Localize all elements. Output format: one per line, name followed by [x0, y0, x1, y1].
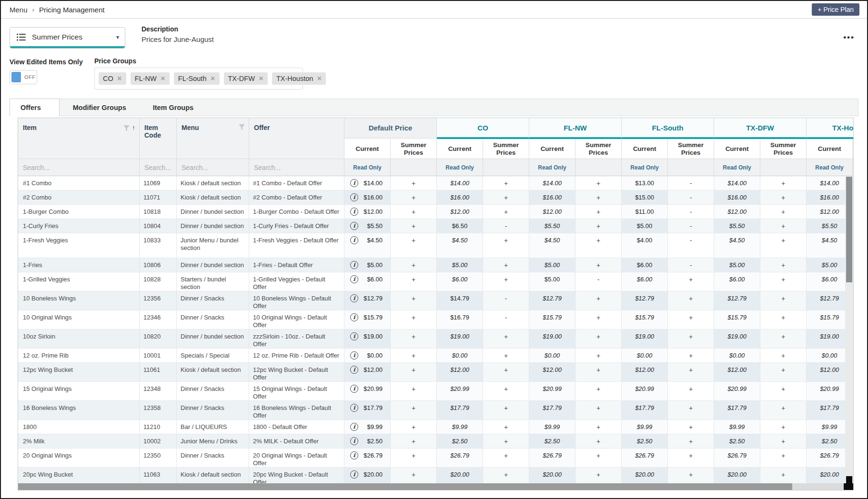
fl-nw-summer-add-button[interactable]: + [575, 382, 622, 401]
info-icon[interactable]: i [350, 351, 358, 359]
price-group-chip-TX-Houston[interactable]: TX-Houston✕ [272, 72, 326, 85]
add-price-plan-button[interactable]: + Price Plan [812, 3, 859, 16]
fl-south-summer-add-button[interactable]: + [668, 420, 714, 434]
fl-south-summer-remove-button[interactable]: - [668, 205, 714, 219]
tx-dfw-summer-add-button[interactable]: + [760, 291, 807, 310]
info-icon[interactable]: i [350, 451, 358, 459]
default-summer-add-button[interactable]: + [391, 363, 437, 382]
tx-dfw-summer-add-button[interactable]: + [760, 329, 807, 349]
fl-south-summer-remove-button[interactable]: - [668, 176, 714, 190]
fl-nw-summer-add-button[interactable]: + [575, 291, 622, 310]
co-summer-add-button[interactable]: + [483, 420, 529, 434]
more-options-button[interactable]: ••• [843, 33, 855, 42]
info-icon[interactable]: i [350, 179, 358, 187]
vertical-scrollbar[interactable] [845, 177, 853, 483]
column-header-item-code[interactable]: Item Code [140, 118, 177, 159]
remove-chip-icon[interactable]: ✕ [161, 75, 165, 82]
remove-chip-icon[interactable]: ✕ [259, 75, 263, 82]
co-summer-add-button[interactable]: + [483, 233, 529, 258]
tx-dfw-summer-add-button[interactable]: + [760, 219, 807, 233]
info-icon[interactable]: i [350, 385, 358, 393]
default-summer-add-button[interactable]: + [391, 310, 437, 329]
tx-dfw-summer-add-button[interactable]: + [760, 258, 807, 272]
fl-nw-summer-add-button[interactable]: + [575, 434, 622, 449]
fl-south-summer-add-button[interactable]: + [668, 329, 714, 349]
search-input-offer[interactable] [249, 159, 344, 176]
fl-south-summer-add-button[interactable]: + [668, 291, 714, 310]
tx-dfw-summer-add-button[interactable]: + [760, 420, 807, 434]
fl-nw-summer-add-button[interactable]: + [575, 219, 622, 233]
co-summer-add-button[interactable]: + [483, 401, 529, 420]
tab-item-groups[interactable]: Item Groups [140, 99, 207, 116]
default-summer-add-button[interactable]: + [391, 449, 437, 468]
fl-nw-summer-remove-button[interactable]: - [575, 272, 622, 291]
price-group-chip-FL-South[interactable]: FL-South✕ [174, 72, 220, 85]
default-summer-add-button[interactable]: + [391, 329, 437, 349]
default-summer-add-button[interactable]: + [391, 420, 437, 434]
co-summer-add-button[interactable]: + [483, 363, 529, 382]
default-summer-add-button[interactable]: + [391, 219, 437, 233]
info-icon[interactable]: i [350, 404, 358, 412]
fl-south-summer-remove-button[interactable]: - [668, 258, 714, 272]
co-summer-add-button[interactable]: + [483, 382, 529, 401]
default-summer-add-button[interactable]: + [391, 258, 437, 272]
fl-nw-summer-add-button[interactable]: + [575, 468, 622, 483]
info-icon[interactable]: i [350, 294, 358, 302]
sort-ascending-icon[interactable]: ↑ [132, 124, 135, 131]
breadcrumb-menu-link[interactable]: Menu [10, 6, 28, 14]
co-summer-remove-button[interactable]: - [483, 310, 529, 329]
tab-offers[interactable]: Offers [10, 99, 60, 116]
co-summer-add-button[interactable]: + [483, 329, 529, 349]
tx-dfw-summer-add-button[interactable]: + [760, 382, 807, 401]
tx-dfw-summer-add-button[interactable]: + [760, 233, 807, 258]
price-groups-chipbox[interactable]: CO✕FL-NW✕FL-South✕TX-DFW✕TX-Houston✕ [94, 68, 303, 90]
tx-dfw-summer-add-button[interactable]: + [760, 272, 807, 291]
fl-nw-summer-add-button[interactable]: + [575, 310, 622, 329]
fl-nw-summer-add-button[interactable]: + [575, 176, 622, 190]
search-input-item-code[interactable] [140, 159, 176, 176]
column-header-offer[interactable]: Offer [249, 118, 344, 159]
fl-nw-summer-add-button[interactable]: + [575, 420, 622, 434]
column-header-menu[interactable]: Menu [177, 118, 249, 159]
info-icon[interactable]: i [350, 423, 358, 431]
fl-south-summer-remove-button[interactable]: - [668, 219, 714, 233]
horizontal-scrollbar[interactable] [18, 483, 853, 490]
horizontal-scrollbar-thumb[interactable] [18, 483, 792, 490]
co-summer-add-button[interactable]: + [483, 449, 529, 468]
tx-dfw-summer-add-button[interactable]: + [760, 468, 807, 483]
info-icon[interactable]: i [350, 470, 358, 479]
info-icon[interactable]: i [350, 275, 358, 283]
info-icon[interactable]: i [350, 193, 358, 201]
fl-nw-summer-add-button[interactable]: + [575, 401, 622, 420]
co-summer-add-button[interactable]: + [483, 349, 529, 363]
fl-south-summer-remove-button[interactable]: - [668, 233, 714, 258]
tx-dfw-summer-add-button[interactable]: + [760, 190, 807, 205]
co-summer-remove-button[interactable]: - [483, 291, 529, 310]
tx-dfw-summer-add-button[interactable]: + [760, 434, 807, 449]
info-icon[interactable]: i [350, 261, 358, 269]
price-group-chip-TX-DFW[interactable]: TX-DFW✕ [224, 72, 268, 85]
fl-nw-summer-add-button[interactable]: + [575, 258, 622, 272]
vertical-scrollbar-thumb[interactable] [846, 177, 852, 282]
fl-south-summer-add-button[interactable]: + [668, 468, 714, 483]
default-summer-add-button[interactable]: + [391, 233, 437, 258]
tx-dfw-summer-add-button[interactable]: + [760, 205, 807, 219]
fl-south-summer-add-button[interactable]: + [668, 363, 714, 382]
price-group-chip-CO[interactable]: CO✕ [99, 72, 126, 85]
default-summer-add-button[interactable]: + [391, 434, 437, 449]
info-icon[interactable]: i [350, 208, 358, 216]
co-summer-add-button[interactable]: + [483, 434, 529, 449]
default-summer-add-button[interactable]: + [391, 468, 437, 483]
fl-nw-summer-add-button[interactable]: + [575, 363, 622, 382]
price-plan-selector[interactable]: Summer Prices ▾ [10, 27, 125, 49]
info-icon[interactable]: i [350, 332, 358, 340]
tx-dfw-summer-add-button[interactable]: + [760, 349, 807, 363]
default-summer-add-button[interactable]: + [391, 272, 437, 291]
co-summer-add-button[interactable]: + [483, 272, 529, 291]
fl-south-summer-add-button[interactable]: + [668, 310, 714, 329]
default-summer-add-button[interactable]: + [391, 382, 437, 401]
view-edited-items-toggle[interactable]: OFF [10, 70, 37, 84]
fl-nw-summer-add-button[interactable]: + [575, 205, 622, 219]
filter-funnel-icon[interactable] [123, 125, 130, 130]
remove-chip-icon[interactable]: ✕ [317, 75, 322, 82]
